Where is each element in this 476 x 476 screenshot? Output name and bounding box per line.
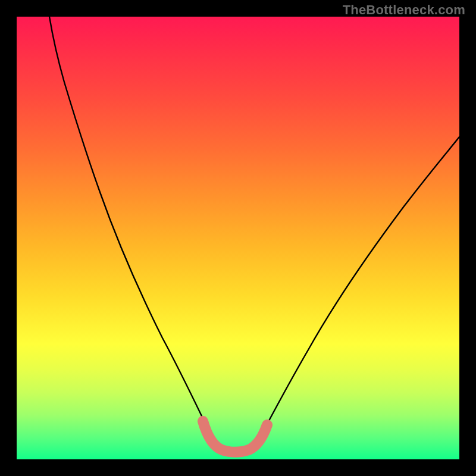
- watermark-text: TheBottleneck.com: [343, 2, 465, 18]
- curve-layer: [17, 17, 459, 459]
- plot-area: [17, 17, 459, 459]
- highlight-region: [203, 421, 267, 452]
- chart-frame: TheBottleneck.com: [0, 0, 476, 476]
- bottleneck-curve: [49, 17, 459, 452]
